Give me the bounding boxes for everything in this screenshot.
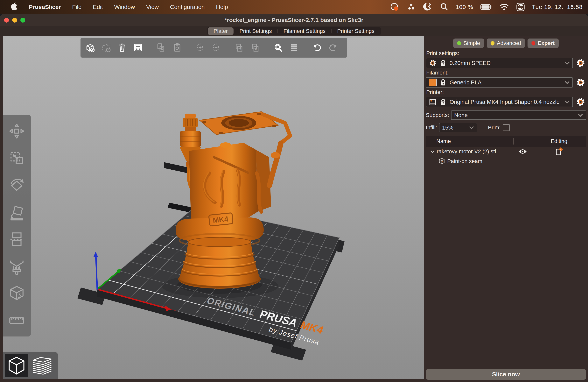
supports-value: None — [454, 112, 468, 118]
viewport-3d-scene[interactable]: ORIGINAL PRUSA MK4 by Josef Prusa — [3, 36, 424, 379]
object-settings-button[interactable] — [532, 147, 586, 156]
control-center-icon[interactable] — [516, 2, 525, 11]
battery-percent: 100 % — [456, 4, 473, 10]
menu-file[interactable]: File — [72, 4, 82, 10]
place-on-face-tool[interactable] — [7, 203, 26, 222]
print-settings-dropdown[interactable]: 0.20mm SPEED — [426, 58, 573, 68]
split-to-parts-button[interactable]: P — [250, 42, 261, 53]
split-to-objects-button[interactable]: O — [233, 42, 245, 53]
macos-menubar: PrusaSlicer File Edit Window View Config… — [0, 0, 588, 14]
supports-label: Supports: — [426, 112, 449, 118]
brim-checkbox[interactable] — [503, 124, 510, 131]
rotate-tool[interactable] — [7, 176, 26, 195]
prusaslicer-status-icon[interactable] — [390, 2, 400, 12]
filament-dropdown[interactable]: Generic PLA — [426, 77, 573, 87]
move-tool[interactable] — [7, 122, 26, 141]
search-button[interactable] — [273, 42, 284, 53]
expert-dot-icon — [531, 41, 535, 45]
view-mode-switcher — [3, 352, 58, 379]
measure-tool[interactable] — [7, 311, 26, 330]
menubar-clock[interactable]: Tue 19. 12. 16:58 — [532, 4, 583, 10]
undo-button[interactable] — [311, 42, 323, 53]
tab-filament-settings[interactable]: Filament Settings — [278, 27, 331, 35]
visibility-toggle[interactable] — [513, 149, 532, 154]
lock-icon — [440, 59, 446, 67]
lock-icon — [440, 98, 446, 106]
gizmo-toolbar — [3, 115, 31, 337]
mode-advanced-button[interactable]: Advanced — [487, 39, 525, 48]
arrange-button[interactable] — [132, 42, 144, 53]
tab-print-settings[interactable]: Print Settings — [233, 27, 278, 35]
menu-configuration[interactable]: Configuration — [170, 4, 205, 10]
print-settings-gear-button[interactable] — [575, 58, 586, 68]
3d-editor-view-button[interactable] — [5, 354, 28, 377]
object-subrow[interactable]: Paint-on seam — [426, 156, 586, 166]
tab-printer-settings[interactable]: Printer Settings — [331, 27, 380, 35]
delete-all-button[interactable] — [116, 42, 128, 53]
slice-now-button[interactable]: Slice now — [426, 369, 586, 380]
variable-layer-height-button[interactable] — [288, 42, 300, 53]
svg-text:O: O — [239, 48, 241, 51]
remove-instance-button[interactable] — [210, 42, 222, 53]
simple-dot-icon — [457, 41, 461, 45]
add-instance-button[interactable] — [194, 42, 206, 53]
app-window: *rocket_engine - PrusaSlicer-2.7.1 based… — [0, 14, 588, 382]
menu-edit[interactable]: Edit — [93, 4, 103, 10]
redo-button[interactable] — [327, 42, 339, 53]
wifi-icon[interactable] — [499, 3, 509, 11]
add-button[interactable] — [84, 42, 96, 53]
menu-view[interactable]: View — [146, 4, 159, 10]
printer-gear-button[interactable] — [575, 96, 586, 107]
chevron-expand-icon[interactable] — [430, 150, 435, 153]
model-nozzle — [179, 237, 261, 289]
advanced-dot-icon — [491, 41, 494, 45]
print-settings-label: Print settings: — [426, 50, 586, 56]
menubar-app-name[interactable]: PrusaSlicer — [29, 4, 61, 10]
screen: PrusaSlicer File Edit Window View Config… — [0, 0, 588, 382]
printer-icon — [429, 98, 437, 106]
object-name[interactable]: raketovy motor V2 (2).stl — [437, 149, 496, 155]
sliced-preview-button[interactable] — [31, 354, 54, 377]
mode-simple-label: Simple — [463, 40, 480, 46]
menu-window[interactable]: Window — [114, 4, 135, 10]
bed-text-mk4: MK4 — [298, 319, 326, 336]
infill-label: Infill: — [426, 125, 437, 131]
gear-icon — [429, 59, 437, 67]
printer-dropdown[interactable]: Original Prusa MK4 Input Shaper 0.4 nozz… — [426, 97, 573, 107]
paint-supports-tool[interactable] — [7, 257, 26, 276]
window-title: *rocket_engine - PrusaSlicer-2.7.1 based… — [0, 14, 588, 26]
infill-dropdown[interactable]: 15% — [439, 123, 477, 132]
scale-tool[interactable] — [7, 149, 26, 168]
svg-text:MK4: MK4 — [212, 215, 229, 224]
cut-tool[interactable] — [7, 230, 26, 249]
filament-color-swatch — [429, 79, 437, 86]
subobject-name[interactable]: Paint-on seam — [447, 158, 483, 164]
mode-expert-button[interactable]: Expert — [527, 39, 558, 48]
object-row[interactable]: raketovy motor V2 (2).stl — [426, 147, 586, 156]
tab-plater[interactable]: Plater — [208, 27, 233, 35]
mode-expert-label: Expert — [538, 40, 555, 46]
delete-button[interactable] — [100, 42, 112, 53]
svg-text:P: P — [255, 48, 257, 51]
brim-label: Brim: — [488, 125, 501, 131]
menu-help[interactable]: Help — [216, 4, 228, 10]
infill-value: 15% — [442, 125, 453, 131]
mode-simple-button[interactable]: Simple — [453, 39, 484, 48]
model-powerhead — [189, 112, 290, 220]
copy-button[interactable] — [155, 42, 167, 53]
chevron-down-icon — [578, 114, 583, 117]
settings-panel: Simple Advanced Expert Print settings: 0… — [424, 36, 588, 382]
seam-tool[interactable] — [7, 284, 26, 303]
paste-button[interactable] — [171, 42, 183, 53]
battery-icon[interactable] — [480, 4, 492, 10]
spotlight-icon[interactable] — [440, 2, 449, 11]
3d-viewport[interactable]: ORIGINAL PRUSA MK4 by Josef Prusa — [3, 36, 424, 379]
chevron-down-icon — [565, 81, 570, 84]
apple-menu-icon[interactable] — [11, 2, 18, 12]
filament-gear-button[interactable] — [575, 77, 586, 88]
dots-icon[interactable] — [407, 2, 416, 11]
visibility-column — [513, 138, 532, 145]
supports-dropdown[interactable]: None — [451, 110, 586, 120]
chevron-down-icon — [565, 100, 570, 104]
moon-bluetooth-icon[interactable] — [423, 2, 433, 12]
